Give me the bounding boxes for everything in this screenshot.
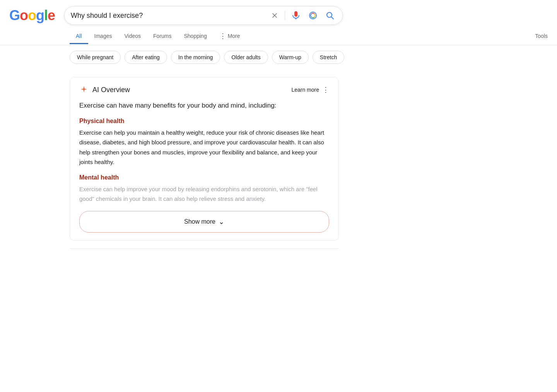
chip-warm-up[interactable]: Warm-up — [272, 51, 309, 64]
chip-stretch[interactable]: Stretch — [313, 51, 344, 64]
tab-all[interactable]: All — [70, 29, 88, 44]
header: Google — [0, 0, 557, 25]
clear-button[interactable] — [269, 10, 280, 21]
section-mental-health-title: Mental health — [79, 174, 329, 181]
ai-overview-header: AI Overview Learn more ⋮ — [79, 85, 329, 94]
logo-g2: g — [36, 7, 44, 24]
tab-shopping[interactable]: Shopping — [178, 29, 213, 44]
section-physical-health-body: Exercise can help you maintain a healthy… — [79, 128, 329, 167]
logo-o1: o — [20, 7, 28, 24]
search-icon-group — [269, 9, 336, 22]
ai-overview-actions: Learn more ⋮ — [291, 86, 329, 94]
tab-tools[interactable]: Tools — [529, 29, 557, 44]
logo-o2: o — [28, 7, 36, 24]
tab-images[interactable]: Images — [88, 29, 118, 44]
show-more-label: Show more — [184, 218, 215, 225]
ai-spark-icon — [79, 85, 89, 94]
search-bar — [64, 6, 343, 25]
google-logo: Google — [9, 7, 55, 24]
chip-in-the-morning[interactable]: In the morning — [171, 51, 220, 64]
more-options-button[interactable]: ⋮ — [322, 86, 329, 94]
section-physical-health-title: Physical health — [79, 118, 329, 125]
chevron-down-icon: ⌄ — [219, 217, 224, 226]
main-content: AI Overview Learn more ⋮ Exercise can ha… — [0, 69, 348, 249]
tab-videos[interactable]: Videos — [118, 29, 147, 44]
content-divider — [70, 248, 339, 249]
divider-line — [285, 11, 285, 20]
section-mental-health-body: Exercise can help improve your mood by r… — [79, 184, 329, 204]
chip-while-pregnant[interactable]: While pregnant — [70, 51, 121, 64]
lens-button[interactable] — [307, 9, 319, 22]
ai-overview-box: AI Overview Learn more ⋮ Exercise can ha… — [70, 77, 339, 241]
ai-overview-title-group: AI Overview — [79, 85, 130, 94]
search-button[interactable] — [324, 9, 336, 22]
search-input[interactable] — [71, 12, 265, 20]
ai-intro-text: Exercise can have many benefits for your… — [79, 101, 329, 111]
ai-overview-title: AI Overview — [92, 86, 130, 94]
show-more-button[interactable]: Show more ⌄ — [79, 211, 329, 233]
chip-after-eating[interactable]: After eating — [125, 51, 167, 64]
tab-forums[interactable]: Forums — [147, 29, 178, 44]
logo-l: l — [44, 7, 48, 24]
tab-more[interactable]: ⋮ More — [213, 28, 246, 45]
chip-older-adults[interactable]: Older adults — [224, 51, 268, 64]
svg-line-3 — [331, 17, 334, 19]
nav-tabs: All Images Videos Forums Shopping ⋮ More… — [0, 25, 557, 45]
logo-g: G — [9, 7, 20, 24]
voice-search-button[interactable] — [290, 9, 302, 22]
filter-chips: While pregnant After eating In the morni… — [0, 45, 557, 69]
learn-more-button[interactable]: Learn more — [291, 87, 319, 93]
logo-e: e — [48, 7, 55, 24]
